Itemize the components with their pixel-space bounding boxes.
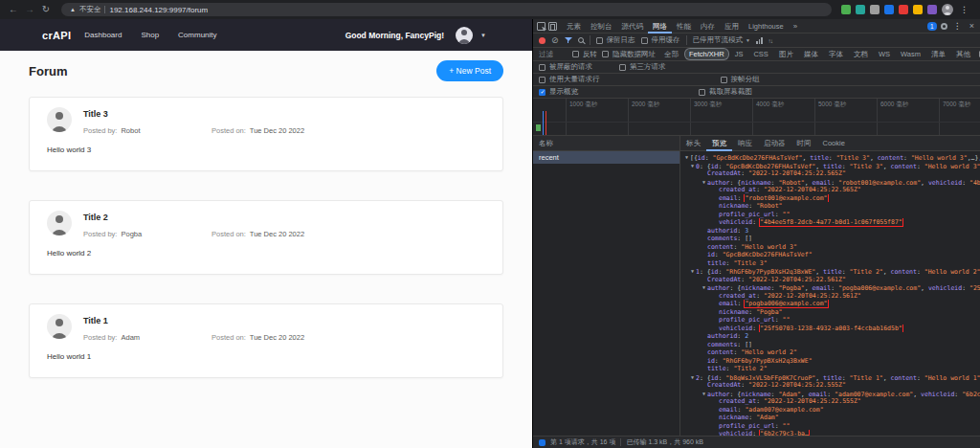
- json-line[interactable]: ▼author: {nickname: "Pogba", email: "pog…: [682, 283, 980, 292]
- back-icon[interactable]: ←: [8, 0, 19, 19]
- json-line[interactable]: email: "robot001@example.com": [682, 194, 980, 203]
- network-conditions-icon[interactable]: [756, 36, 763, 44]
- filter-pill[interactable]: CSS: [749, 49, 771, 59]
- post-card[interactable]: Title 3 Posted by:Robot Posted on:Tue De…: [29, 97, 503, 171]
- filter-pill[interactable]: 媒体: [800, 49, 822, 59]
- extension-icon-7[interactable]: [927, 5, 937, 14]
- devtools-tab[interactable]: 控制台: [586, 19, 617, 34]
- post-card[interactable]: Title 1 Posted by:Adam Posted on:Tue Dec…: [29, 303, 503, 378]
- json-line[interactable]: CreatedAt: "2022-12-20T04:25:22.561Z": [682, 276, 980, 284]
- crapi-logo[interactable]: crAPI: [42, 30, 71, 41]
- inspect-element-icon[interactable]: [537, 22, 546, 31]
- nav-item[interactable]: Dashboard: [84, 31, 122, 39]
- json-line[interactable]: authorid: 3: [682, 227, 980, 235]
- json-line[interactable]: nickname: "Robot": [682, 202, 980, 211]
- json-line[interactable]: created_at: "2022-12-20T04:25:22.555Z": [682, 397, 980, 406]
- checkbox[interactable]: [596, 37, 603, 44]
- close-icon[interactable]: ×: [968, 21, 976, 31]
- json-line[interactable]: content: "Hello world 2": [682, 348, 980, 357]
- json-line[interactable]: created_at: "2022-12-20T04:25:22.565Z": [682, 186, 980, 194]
- issues-badge[interactable]: 1: [927, 22, 937, 31]
- json-line[interactable]: content: "Hello world 3": [682, 243, 980, 252]
- json-line[interactable]: vehicleid: "4b4ee5f8-2dcb-4a77-b0d1-1c06…: [682, 218, 980, 227]
- disable-cache-checkbox[interactable]: 停用缓存: [641, 35, 680, 45]
- post-title[interactable]: Title 1: [83, 316, 304, 325]
- json-line[interactable]: email: "pogba006@example.com": [682, 300, 980, 308]
- extension-icon-3[interactable]: [870, 5, 880, 14]
- detail-tab[interactable]: 响应: [732, 136, 758, 151]
- detail-tab[interactable]: 时间: [791, 136, 817, 151]
- devtools-tab[interactable]: 应用: [720, 19, 744, 34]
- json-line[interactable]: vehicleid: "25f50703-1238-4932-a003-f4cc…: [682, 325, 980, 333]
- json-line[interactable]: profile_pic_url: "": [682, 211, 980, 219]
- hide-data-urls-checkbox[interactable]: 隐藏数据网址: [602, 50, 656, 59]
- json-line[interactable]: comments: []: [682, 341, 980, 349]
- more-tabs-icon[interactable]: »: [791, 22, 799, 31]
- json-line[interactable]: comments: []: [682, 235, 980, 243]
- filter-pill[interactable]: 文档: [850, 49, 872, 59]
- filter-pill[interactable]: Fetch/XHR: [685, 49, 728, 59]
- extension-icon-5[interactable]: [899, 5, 908, 14]
- post-title[interactable]: Title 3: [83, 109, 304, 119]
- filter-input[interactable]: 过滤: [539, 50, 568, 59]
- detail-tab[interactable]: 启动器: [758, 136, 791, 151]
- devtools-tab[interactable]: Lighthouse: [744, 19, 789, 34]
- filter-pill[interactable]: Wasm: [897, 49, 924, 59]
- devtools-tab[interactable]: 内存: [696, 19, 720, 34]
- reload-icon[interactable]: ↻: [40, 0, 52, 19]
- extension-icon-1[interactable]: [841, 5, 851, 14]
- json-line[interactable]: id: "GpcBdKcDbe276FHAsTsVef": [682, 251, 980, 259]
- extension-icon-4[interactable]: [884, 5, 894, 14]
- json-line[interactable]: nickname: "Pogba": [682, 308, 980, 317]
- json-line[interactable]: ▼2: {id: "b8qWsJxVLSbFFp0K7CruoP", title…: [682, 373, 980, 382]
- device-toolbar-icon[interactable]: [548, 22, 557, 31]
- network-overview-timeline[interactable]: 1000 毫秒2000 毫秒3000 毫秒4000 毫秒5000 毫秒6000 …: [533, 99, 980, 136]
- post-card[interactable]: Title 2 Posted by:Pogba Posted on:Tue De…: [29, 200, 503, 275]
- json-line[interactable]: ▼author: {nickname: "Adam", email: "adam…: [682, 390, 980, 398]
- json-line[interactable]: nickname: "Adam": [682, 414, 980, 422]
- user-avatar[interactable]: [456, 27, 473, 44]
- throttling-dropdown[interactable]: 已停用节流模式▼: [693, 35, 750, 45]
- devtools-tab[interactable]: 网络: [648, 19, 672, 34]
- filter-pill[interactable]: 全部: [660, 49, 682, 59]
- browser-menu-icon[interactable]: ⋮: [958, 5, 970, 14]
- request-row[interactable]: recent: [533, 151, 679, 164]
- json-line[interactable]: ▼0: {id: "GpcBdKcDbe276FHAsTsVef", title…: [682, 162, 980, 170]
- detail-tab[interactable]: Cookie: [817, 136, 851, 151]
- json-line[interactable]: title: "Title 3": [682, 259, 980, 268]
- nav-item[interactable]: Community: [178, 31, 216, 39]
- json-line[interactable]: CreatedAt: "2022-12-20T04:25:22.565Z": [682, 169, 980, 178]
- nav-item[interactable]: Shop: [141, 31, 159, 39]
- json-line[interactable]: CreatedAt: "2022-12-20T04:25:22.555Z": [682, 381, 980, 390]
- json-line[interactable]: profile_pic_url: "": [682, 422, 980, 431]
- preserve-log-checkbox[interactable]: 保留日志: [596, 35, 635, 45]
- checkbox[interactable]: [641, 37, 648, 44]
- json-line[interactable]: authorid: 2: [682, 332, 980, 341]
- json-line[interactable]: profile_pic_url: "": [682, 316, 980, 325]
- json-line[interactable]: ▼1: {id: "RhGF6by7PypBXsH2q3BxWE", title…: [682, 267, 980, 276]
- third-party-checkbox[interactable]: 第三方请求: [619, 62, 666, 72]
- checked-checkbox[interactable]: [539, 89, 546, 96]
- json-line[interactable]: id: "RhGF6by7PypBXsH2q3BxWE": [682, 357, 980, 366]
- devtools-tab[interactable]: 元素: [562, 19, 586, 34]
- large-rows-checkbox[interactable]: 使用大量请求行: [539, 75, 600, 84]
- json-line[interactable]: created_at: "2022-12-20T04:25:22.561Z": [682, 292, 980, 301]
- invert-checkbox[interactable]: 反转: [572, 50, 597, 59]
- profile-avatar[interactable]: [942, 4, 953, 15]
- new-post-button[interactable]: + New Post: [436, 60, 503, 81]
- detail-tab[interactable]: 标头: [680, 136, 706, 151]
- filter-pill[interactable]: 图片: [775, 49, 797, 59]
- forward-icon[interactable]: →: [24, 0, 35, 19]
- post-title[interactable]: Title 2: [83, 213, 304, 222]
- filter-pill[interactable]: WS: [875, 49, 894, 59]
- show-overview-checkbox[interactable]: 显示概览: [539, 87, 578, 97]
- name-column-header[interactable]: 名称: [533, 136, 679, 151]
- url-bar[interactable]: ▲ 不安全 192.168.244.129:9997/forum: [61, 3, 832, 16]
- filter-pill[interactable]: 其他: [952, 49, 974, 59]
- devtools-tab[interactable]: 性能: [672, 19, 696, 34]
- filter-icon[interactable]: [565, 36, 572, 44]
- json-line[interactable]: ▼author: {nickname: "Robot", email: "rob…: [682, 178, 980, 187]
- filter-pill[interactable]: JS: [731, 49, 747, 59]
- clear-icon[interactable]: ⊘: [551, 36, 559, 45]
- devtools-tab[interactable]: 源代码: [617, 19, 649, 34]
